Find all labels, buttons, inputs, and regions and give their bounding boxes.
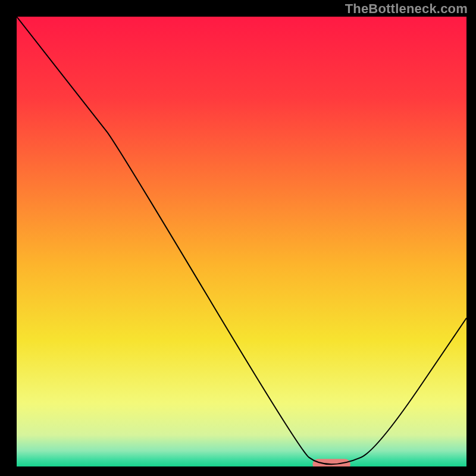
chart-container: TheBottleneck.com — [0, 0, 476, 476]
bottleneck-chart — [0, 0, 476, 476]
plot-background — [17, 17, 466, 466]
